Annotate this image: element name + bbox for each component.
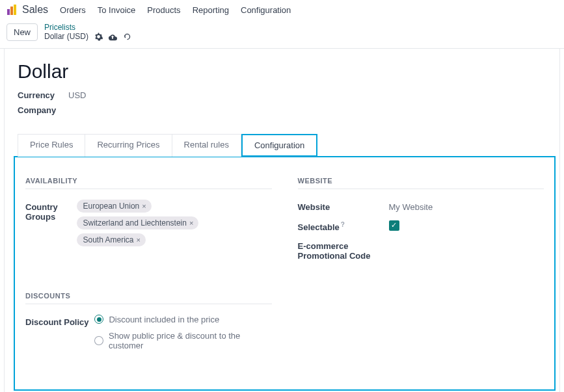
tab-price-rules[interactable]: Price Rules <box>18 134 85 157</box>
breadcrumb: Pricelists Dollar (USD) <box>44 23 131 42</box>
brand-logo-icon <box>7 4 18 16</box>
tag-country-group[interactable]: South America × <box>77 233 146 246</box>
close-icon[interactable]: × <box>189 219 193 227</box>
section-discounts: DISCOUNTS <box>25 292 272 304</box>
ecom-code-label: E-commerce Promotional Code <box>298 239 389 261</box>
radio-icon <box>94 315 103 324</box>
section-website: WEBSITE <box>298 177 544 189</box>
website-row: Website My Website <box>298 200 544 212</box>
ecom-code-row: E-commerce Promotional Code <box>298 239 544 261</box>
currency-value[interactable]: USD <box>68 90 86 100</box>
tag-label: European Union <box>83 202 140 211</box>
breadcrumb-current-text: Dollar (USD) <box>44 32 88 41</box>
selectable-label-text: Selectable <box>298 222 340 232</box>
nav-orders[interactable]: Orders <box>60 5 86 15</box>
discount-policy-label: Discount Policy <box>25 315 94 327</box>
new-button[interactable]: New <box>7 23 38 41</box>
selectable-row: Selectable? ✓ <box>298 218 544 232</box>
radio-icon <box>94 336 103 345</box>
website-value[interactable]: My Website <box>389 200 433 212</box>
cloud-upload-icon[interactable] <box>108 33 117 42</box>
brand-name: Sales <box>22 4 48 16</box>
selectable-checkbox[interactable]: ✓ <box>389 220 399 231</box>
gear-icon[interactable] <box>94 33 103 42</box>
section-availability: AVAILABILITY <box>25 177 272 189</box>
col-right: WEBSITE Website My Website Selectable? ✓… <box>298 177 544 363</box>
brand[interactable]: Sales <box>7 4 48 16</box>
top-nav: Sales Orders To Invoice Products Reporti… <box>0 0 564 20</box>
discount-option-0[interactable]: Discount included in the price <box>94 315 271 324</box>
record-title: Dollar <box>5 60 559 88</box>
tab-recurring-prices[interactable]: Recurring Prices <box>85 134 172 157</box>
tab-configuration[interactable]: Configuration <box>241 134 317 157</box>
country-groups-label: Country Groups <box>25 200 77 222</box>
tag-label: South America <box>83 235 134 244</box>
country-groups-row: Country Groups European Union × Switzerl… <box>25 200 272 246</box>
radio-label: Discount included in the price <box>109 315 219 324</box>
nav-to-invoice[interactable]: To Invoice <box>98 5 136 15</box>
discount-policy-options: Discount included in the price Show publ… <box>94 315 271 357</box>
svg-rect-0 <box>7 9 10 15</box>
tab-rental-rules[interactable]: Rental rules <box>172 134 241 157</box>
tag-country-group[interactable]: Switzerland and Liechtenstein × <box>77 216 199 229</box>
breadcrumb-current: Dollar (USD) <box>44 32 131 41</box>
breadcrumb-parent[interactable]: Pricelists <box>44 23 131 32</box>
website-label: Website <box>298 200 389 212</box>
selectable-label: Selectable? <box>298 218 389 232</box>
control-row: New Pricelists Dollar (USD) <box>0 20 564 48</box>
close-icon[interactable]: × <box>137 236 141 244</box>
nav-configuration[interactable]: Configuration <box>241 5 291 15</box>
company-row: Company <box>5 103 559 118</box>
undo-icon[interactable] <box>122 33 131 42</box>
tag-country-group[interactable]: European Union × <box>77 200 152 213</box>
sheet-area: Dollar Currency USD Company Price Rules … <box>0 48 564 392</box>
discount-policy-row: Discount Policy Discount included in the… <box>25 315 272 357</box>
close-icon[interactable]: × <box>142 202 146 210</box>
help-icon[interactable]: ? <box>341 221 345 228</box>
svg-rect-1 <box>10 7 13 15</box>
discount-option-1[interactable]: Show public price & discount to the cust… <box>94 331 271 350</box>
nav-products[interactable]: Products <box>147 5 180 15</box>
country-groups-tags[interactable]: European Union × Switzerland and Liechte… <box>77 200 272 246</box>
nav-reporting[interactable]: Reporting <box>193 5 229 15</box>
currency-label: Currency <box>18 90 57 100</box>
company-label: Company <box>18 105 57 115</box>
currency-row: Currency USD <box>5 88 559 103</box>
svg-rect-2 <box>14 5 16 15</box>
form-sheet: Dollar Currency USD Company Price Rules … <box>4 49 560 392</box>
tab-panel-configuration: AVAILABILITY Country Groups European Uni… <box>14 156 556 391</box>
radio-label: Show public price & discount to the cust… <box>109 331 272 350</box>
tabs: Price Rules Recurring Prices Rental rule… <box>18 133 559 156</box>
tag-label: Switzerland and Liechtenstein <box>83 218 187 228</box>
col-left: AVAILABILITY Country Groups European Uni… <box>25 177 272 363</box>
